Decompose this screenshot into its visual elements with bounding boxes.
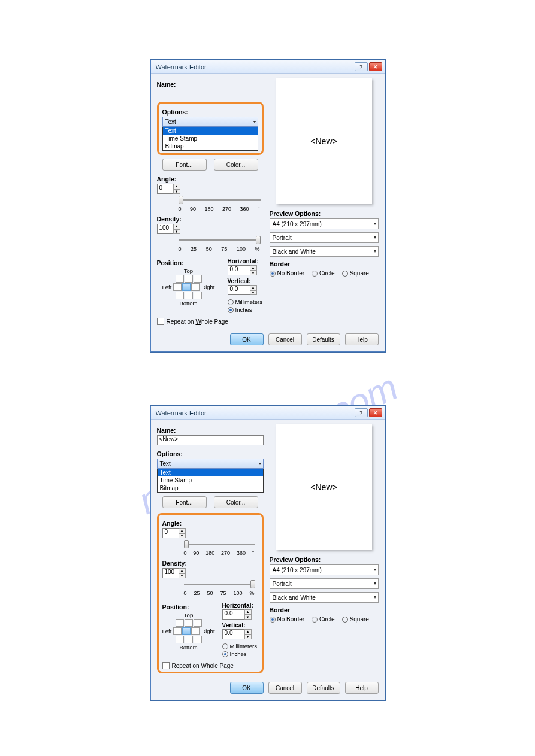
border-circle-radio[interactable] bbox=[312, 271, 318, 277]
border-none-radio[interactable] bbox=[270, 617, 276, 623]
pos-tl[interactable] bbox=[176, 275, 184, 283]
angle-down-icon[interactable]: ▼ bbox=[179, 533, 186, 539]
defaults-button[interactable]: Defaults bbox=[307, 682, 340, 694]
pos-top-label: Top bbox=[184, 268, 193, 274]
density-up-icon[interactable]: ▲ bbox=[173, 224, 180, 229]
angle-input[interactable]: 0 bbox=[157, 184, 174, 194]
dropdown-item-timestamp[interactable]: Time Stamp bbox=[158, 476, 263, 484]
cancel-button[interactable]: Cancel bbox=[268, 333, 302, 345]
preview-page: <New> bbox=[276, 78, 372, 204]
close-icon[interactable]: ✕ bbox=[369, 408, 382, 417]
repeat-checkbox[interactable]: Repeat on Whole Page bbox=[157, 318, 264, 325]
position-label: Position: bbox=[157, 259, 220, 266]
font-button[interactable]: Font... bbox=[162, 496, 207, 508]
title-text: Watermark Editor bbox=[156, 63, 353, 71]
options-label: Options: bbox=[162, 108, 258, 116]
help-button[interactable]: Help bbox=[345, 682, 379, 694]
border-circle-radio[interactable] bbox=[312, 617, 318, 623]
angle-up-icon[interactable]: ▲ bbox=[179, 528, 186, 533]
pos-bc[interactable] bbox=[185, 292, 193, 299]
units-mm-radio[interactable] bbox=[228, 299, 234, 305]
help-button[interactable]: Help bbox=[345, 333, 379, 345]
color-button[interactable]: Color... bbox=[214, 496, 258, 508]
preview-page: <New> bbox=[276, 424, 372, 550]
dropdown-item-bitmap[interactable]: Bitmap bbox=[158, 484, 263, 492]
border-square-radio[interactable] bbox=[342, 271, 348, 277]
density-label: Density: bbox=[162, 560, 258, 567]
vertical-input[interactable]: 0.0 bbox=[228, 285, 250, 295]
density-input[interactable]: 100 bbox=[157, 224, 174, 234]
pos-ml[interactable] bbox=[173, 283, 182, 291]
repeat-checkbox[interactable]: Repeat on Whole Page bbox=[162, 662, 258, 669]
density-down-icon[interactable]: ▼ bbox=[179, 573, 186, 579]
border-none-radio[interactable] bbox=[270, 271, 276, 277]
horizontal-label: Horizontal: bbox=[228, 258, 264, 265]
pos-br[interactable] bbox=[194, 292, 202, 299]
units-in-radio[interactable] bbox=[222, 651, 228, 657]
border-label: Border bbox=[270, 260, 379, 268]
title-text: Watermark Editor bbox=[156, 409, 353, 417]
name-input[interactable]: <New> bbox=[157, 435, 264, 445]
titlebar[interactable]: Watermark Editor ? ✕ bbox=[151, 406, 385, 420]
options-combo[interactable]: Text bbox=[157, 459, 264, 469]
dropdown-item-text[interactable]: Text bbox=[158, 469, 263, 476]
titlebar[interactable]: Watermark Editor ? ✕ bbox=[151, 60, 385, 74]
close-icon[interactable]: ✕ bbox=[369, 62, 382, 71]
vertical-label: Vertical: bbox=[228, 278, 264, 284]
vertical-input[interactable]: 0.0 bbox=[222, 629, 245, 639]
options-label: Options: bbox=[157, 450, 264, 457]
font-button[interactable]: Font... bbox=[162, 159, 207, 171]
density-input[interactable]: 100 bbox=[162, 568, 179, 578]
pos-bl[interactable] bbox=[176, 292, 184, 299]
pos-mr[interactable] bbox=[191, 283, 200, 291]
units-mm-radio[interactable] bbox=[222, 643, 228, 649]
angle-input[interactable]: 0 bbox=[162, 528, 179, 538]
paper-combo[interactable]: A4 (210 x 297mm) bbox=[270, 218, 379, 229]
paper-combo[interactable]: A4 (210 x 297mm) bbox=[270, 564, 379, 575]
angle-label: Angle: bbox=[162, 520, 258, 527]
angle-slider[interactable] bbox=[179, 195, 264, 205]
units-in-radio[interactable] bbox=[228, 307, 234, 313]
angle-label: Angle: bbox=[157, 175, 264, 183]
preview-options-label: Preview Options: bbox=[270, 210, 379, 217]
pos-mc[interactable] bbox=[182, 283, 191, 291]
options-dropdown: Text Time Stamp Bitmap bbox=[157, 469, 264, 493]
options-dropdown: Text Time Stamp Bitmap bbox=[162, 127, 258, 151]
angle-slider[interactable] bbox=[184, 539, 258, 549]
ok-button[interactable]: OK bbox=[230, 682, 264, 694]
density-down-icon[interactable]: ▼ bbox=[173, 229, 180, 235]
dropdown-item-text[interactable]: Text bbox=[163, 127, 258, 135]
options-combo[interactable]: Text bbox=[162, 117, 258, 127]
pos-tc[interactable] bbox=[185, 275, 193, 283]
horizontal-input[interactable]: 0.0 bbox=[228, 265, 250, 275]
horizontal-input[interactable]: 0.0 bbox=[222, 609, 245, 620]
defaults-button[interactable]: Defaults bbox=[307, 333, 340, 345]
colormode-combo[interactable]: Black and White bbox=[270, 246, 379, 257]
ok-button[interactable]: OK bbox=[230, 333, 264, 345]
dropdown-item-bitmap[interactable]: Bitmap bbox=[163, 142, 258, 150]
pos-tr[interactable] bbox=[194, 275, 202, 283]
watermark-editor-dialog-2: Watermark Editor ? ✕ Name: <New> Options… bbox=[150, 406, 385, 700]
name-label: Name: bbox=[157, 81, 264, 88]
angle-up-icon[interactable]: ▲ bbox=[173, 184, 180, 189]
help-icon[interactable]: ? bbox=[355, 62, 368, 71]
name-label: Name: bbox=[157, 427, 264, 434]
watermark-editor-dialog-1: Watermark Editor ? ✕ Name: Options: Text… bbox=[150, 60, 385, 352]
orient-combo[interactable]: Portrait bbox=[270, 578, 379, 589]
density-slider[interactable] bbox=[184, 579, 258, 589]
angle-down-icon[interactable]: ▼ bbox=[173, 189, 180, 195]
color-button[interactable]: Color... bbox=[214, 159, 258, 171]
dropdown-item-timestamp[interactable]: Time Stamp bbox=[163, 135, 258, 142]
orient-combo[interactable]: Portrait bbox=[270, 232, 379, 243]
density-up-icon[interactable]: ▲ bbox=[179, 568, 186, 573]
pos-bottom-label: Bottom bbox=[179, 300, 197, 306]
help-icon[interactable]: ? bbox=[355, 408, 368, 417]
density-label: Density: bbox=[157, 215, 264, 223]
border-square-radio[interactable] bbox=[342, 617, 348, 623]
cancel-button[interactable]: Cancel bbox=[268, 682, 302, 694]
density-slider[interactable] bbox=[179, 235, 264, 245]
position-label: Position: bbox=[162, 603, 215, 611]
colormode-combo[interactable]: Black and White bbox=[270, 592, 379, 603]
